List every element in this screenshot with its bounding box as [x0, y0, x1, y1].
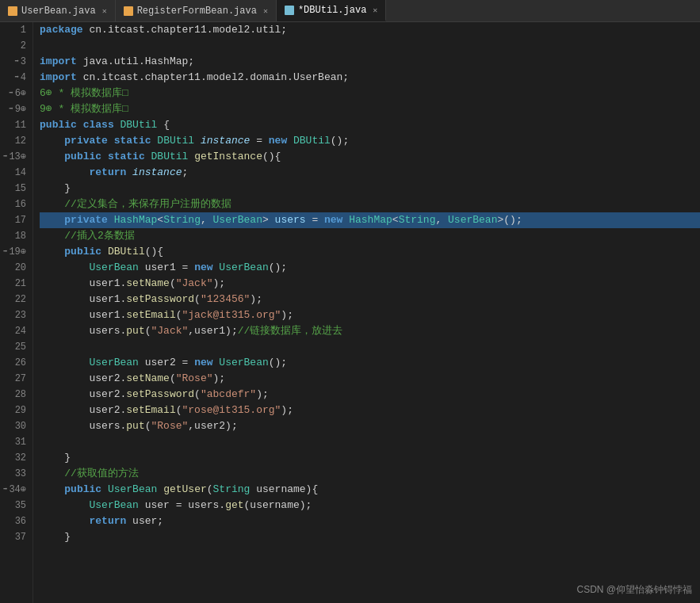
tab-icon-dbutil: [285, 6, 294, 15]
ln-37: 37: [3, 529, 26, 545]
code-line-34: public UserBean getUser(String username)…: [40, 482, 700, 498]
code-line-35: UserBean user = users.get(username);: [40, 498, 700, 513]
code-line-14: return instance;: [40, 165, 700, 181]
line-numbers: 1 2 3 4 6⊕ 9⊕ 11 12 13⊕ 14 15 16 17 18 1…: [0, 22, 33, 603]
code-line-4: import cn.itcast.chapter11.model2.domain…: [40, 70, 700, 86]
ln-35: 35: [3, 498, 26, 513]
code-line-11: public class DBUtil {: [40, 117, 700, 133]
ln-18: 18: [3, 228, 26, 244]
ln-31: 31: [3, 434, 26, 450]
tab-icon-registerformbean: [124, 6, 133, 16]
code-line-20: UserBean user1 = new UserBean();: [40, 260, 700, 276]
code-line-6: 6⊕ * 模拟数据库□: [40, 86, 700, 101]
code-line-21: user1.setName("Jack");: [40, 276, 700, 292]
tab-registerformbean[interactable]: RegisterFormBean.java ✕: [116, 0, 277, 21]
ln-23: 23: [3, 307, 26, 323]
ln-13: 13⊕: [3, 149, 26, 165]
ln-15: 15: [3, 181, 26, 197]
ln-27: 27: [3, 371, 26, 387]
watermark: CSDN @仰望怡淼钟锝悖福: [576, 583, 692, 597]
tab-dbutil[interactable]: *DBUtil.java ✕: [277, 0, 386, 21]
ln-36: 36: [3, 513, 26, 529]
ln-17: 17: [3, 212, 26, 228]
code-line-16: //定义集合，来保存用户注册的数据: [40, 197, 700, 212]
ln-29: 29: [3, 403, 26, 418]
ln-19: 19⊕: [3, 244, 26, 260]
editor-area: 1 2 3 4 6⊕ 9⊕ 11 12 13⊕ 14 15 16 17 18 1…: [0, 22, 700, 603]
ln-34: 34⊕: [3, 482, 26, 498]
code-line-18: //插入2条数据: [40, 228, 700, 244]
code-line-9: 9⊕ * 模拟数据库□: [40, 101, 700, 117]
code-line-19: public DBUtil(){: [40, 244, 700, 260]
code-line-33: //获取值的方法: [40, 466, 700, 482]
code-line-28: user2.setPassword("abcdefr");: [40, 387, 700, 403]
ln-30: 30: [3, 418, 26, 434]
ln-26: 26: [3, 355, 26, 371]
ln-21: 21: [3, 276, 26, 292]
code-line-2: [40, 38, 700, 54]
tab-label-dbutil: *DBUtil.java: [298, 5, 366, 16]
ln-12: 12: [3, 133, 26, 149]
ln-16: 16: [3, 197, 26, 212]
code-line-22: user1.setPassword("123456");: [40, 292, 700, 307]
ln-28: 28: [3, 387, 26, 403]
code-line-23: user1.setEmail("jack@it315.org");: [40, 307, 700, 323]
code-line-26: UserBean user2 = new UserBean();: [40, 355, 700, 371]
code-line-1: package cn.itcast.chapter11.model2.util;: [40, 22, 700, 38]
code-line-17: private HashMap<String, UserBean> users …: [40, 212, 700, 228]
code-content[interactable]: package cn.itcast.chapter11.model2.util;…: [33, 22, 700, 603]
tab-close-registerformbean[interactable]: ✕: [263, 6, 268, 16]
ln-32: 32: [3, 450, 26, 466]
ln-4: 4: [3, 70, 26, 86]
code-line-24: users.put("Jack",user1);//链接数据库，放进去: [40, 323, 700, 339]
code-line-12: private static DBUtil instance = new DBU…: [40, 133, 700, 149]
ln-11: 11: [3, 117, 26, 133]
ln-33: 33: [3, 466, 26, 482]
tab-icon-userbean: [8, 6, 17, 16]
ln-22: 22: [3, 292, 26, 307]
code-line-15: }: [40, 181, 700, 197]
code-line-30: users.put("Rose",user2);: [40, 418, 700, 434]
code-line-3: import java.util.HashMap;: [40, 54, 700, 70]
code-line-25: [40, 339, 700, 355]
code-line-27: user2.setName("Rose");: [40, 371, 700, 387]
tab-close-dbutil[interactable]: ✕: [373, 6, 377, 15]
ln-2: 2: [3, 38, 26, 54]
ln-3: 3: [3, 54, 26, 70]
ln-24: 24: [3, 323, 26, 339]
code-line-32: }: [40, 450, 700, 466]
ln-14: 14: [3, 165, 26, 181]
ln-25: 25: [3, 339, 26, 355]
tab-bar: UserBean.java ✕ RegisterFormBean.java ✕ …: [0, 0, 700, 22]
code-line-36: return user;: [40, 513, 700, 529]
ln-9: 9⊕: [3, 101, 26, 117]
ln-6: 6⊕: [3, 86, 26, 101]
ln-1: 1: [3, 22, 26, 38]
code-line-31: [40, 434, 700, 450]
code-line-13: public static DBUtil getInstance(){: [40, 149, 700, 165]
tab-label-userbean: UserBean.java: [21, 6, 96, 17]
code-line-29: user2.setEmail("rose@it315.org");: [40, 403, 700, 418]
ln-20: 20: [3, 260, 26, 276]
tab-close-userbean[interactable]: ✕: [102, 6, 107, 16]
tab-userbean[interactable]: UserBean.java ✕: [0, 0, 116, 21]
tab-label-registerformbean: RegisterFormBean.java: [137, 6, 257, 17]
code-line-37: }: [40, 529, 700, 545]
